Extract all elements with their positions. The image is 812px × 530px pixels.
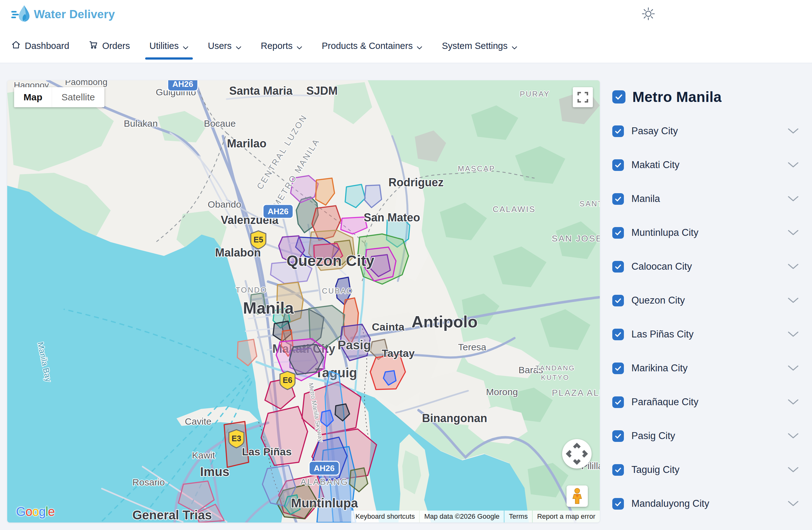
city-row: Parañaque City: [612, 393, 812, 411]
svg-text:Binangonan: Binangonan: [422, 412, 487, 425]
region-panel: Metro Manila Pasay City Makati City Mani…: [611, 80, 812, 529]
chevron-down-icon: [296, 41, 302, 52]
chevron-down-icon: [417, 41, 422, 52]
svg-text:Taytay: Taytay: [381, 347, 415, 359]
city-label: Muntinlupa City: [632, 227, 698, 238]
city-checkbox[interactable]: [612, 329, 624, 340]
svg-text:SJDM: SJDM: [306, 84, 338, 97]
svg-text:AH26: AH26: [172, 80, 193, 89]
chevron-down-icon[interactable]: [787, 331, 799, 338]
svg-text:Bocaue: Bocaue: [204, 118, 236, 129]
chevron-down-icon[interactable]: [787, 365, 799, 371]
city-row: Quezon City: [612, 292, 812, 309]
city-row: Pasig City: [612, 427, 812, 445]
svg-text:PLAZA ALDI: PLAZA ALDI: [552, 388, 600, 398]
map[interactable]: Makati CityTaguigHagonoyPaombongGuiguint…: [7, 80, 600, 522]
city-row: Marikina City: [612, 359, 812, 377]
svg-text:Manila: Manila: [243, 299, 294, 317]
svg-text:AH26: AH26: [314, 463, 334, 473]
city-checkbox[interactable]: [612, 159, 624, 171]
city-label: Quezon City: [632, 295, 685, 306]
map-type-control: Map Satellite: [14, 87, 104, 107]
fullscreen-button[interactable]: [573, 87, 593, 107]
region-title: Metro Manila: [632, 88, 722, 105]
city-checkbox[interactable]: [612, 498, 624, 510]
nav-item-utilities[interactable]: Utilities: [149, 29, 188, 63]
city-checkbox[interactable]: [612, 464, 624, 476]
pan-control[interactable]: [562, 439, 592, 469]
svg-text:Quezon City: Quezon City: [287, 253, 374, 269]
city-label: Las Piñas City: [632, 329, 694, 340]
water-drop-icon: [11, 5, 31, 24]
svg-text:SANTA: SANTA: [579, 199, 600, 208]
svg-text:TONDO: TONDO: [235, 286, 267, 294]
city-label: Pasig City: [632, 430, 675, 442]
city-checkbox[interactable]: [612, 261, 624, 273]
city-label: Mandaluyong City: [632, 498, 709, 509]
nav-item-users[interactable]: Users: [208, 29, 242, 63]
pegman-street-view[interactable]: [566, 486, 588, 507]
nav-item-reports[interactable]: Reports: [261, 29, 303, 63]
region-checkbox[interactable]: [612, 90, 625, 103]
city-row: Manila: [612, 190, 812, 207]
nav-item-dashboard[interactable]: Dashboard: [11, 29, 69, 63]
city-checkbox[interactable]: [612, 362, 624, 374]
attribution-link[interactable]: Report a map error: [533, 511, 600, 522]
attribution-link[interactable]: Keyboard shortcuts: [351, 511, 420, 522]
city-checkbox[interactable]: [612, 430, 624, 442]
city-label: Taguig City: [632, 464, 679, 475]
chevron-down-icon[interactable]: [787, 162, 799, 168]
chevron-down-icon[interactable]: [787, 196, 799, 202]
chevron-down-icon[interactable]: [787, 230, 799, 236]
city-list: Pasay City Makati City Manila Muntinlupa…: [612, 122, 812, 513]
home-icon: [11, 40, 21, 52]
svg-text:CUBAO: CUBAO: [322, 287, 353, 295]
chevron-down-icon[interactable]: [787, 128, 799, 134]
nav-item-system-settings[interactable]: System Settings: [442, 29, 517, 63]
svg-text:Pasig: Pasig: [338, 338, 371, 352]
chevron-down-icon[interactable]: [787, 467, 799, 473]
app-logo: Water Delivery: [11, 5, 115, 24]
svg-text:San Mateo: San Mateo: [364, 211, 420, 224]
satellite-view-button[interactable]: Satellite: [52, 87, 104, 107]
app-title: Water Delivery: [34, 8, 115, 21]
chevron-down-icon: [183, 41, 188, 52]
city-checkbox[interactable]: [612, 126, 624, 137]
city-row: Las Piñas City: [612, 326, 812, 343]
svg-text:Obando: Obando: [208, 199, 242, 210]
google-logo[interactable]: Google: [16, 505, 55, 519]
nav-item-products-containers[interactable]: Products & Containers: [322, 29, 422, 63]
svg-text:Paombong: Paombong: [65, 80, 107, 87]
chevron-down-icon[interactable]: [787, 399, 799, 405]
sun-icon[interactable]: [641, 7, 655, 22]
svg-text:E3: E3: [232, 434, 242, 443]
map-view-button[interactable]: Map: [14, 87, 52, 107]
svg-text:Malabon: Malabon: [215, 246, 261, 259]
chevron-down-icon[interactable]: [787, 501, 799, 507]
chevron-down-icon: [512, 41, 517, 52]
city-row: Taguig City: [612, 461, 812, 478]
nav-item-orders[interactable]: Orders: [89, 29, 130, 63]
svg-text:Las Piñas: Las Piñas: [242, 446, 292, 458]
map-attribution: Keyboard shortcutsMap data ©2026 GoogleT…: [350, 511, 600, 522]
city-checkbox[interactable]: [612, 397, 624, 408]
svg-text:Santa Maria: Santa Maria: [229, 84, 293, 97]
chevron-down-icon[interactable]: [787, 263, 799, 270]
map-canvas[interactable]: Makati CityTaguigHagonoyPaombongGuiguint…: [7, 80, 600, 522]
cart-icon: [89, 40, 98, 52]
city-checkbox[interactable]: [612, 295, 624, 306]
city-checkbox[interactable]: [612, 227, 624, 239]
city-checkbox[interactable]: [612, 193, 624, 205]
chevron-down-icon[interactable]: [787, 433, 799, 439]
chevron-down-icon[interactable]: [787, 297, 799, 304]
app-header: Water Delivery: [0, 0, 812, 29]
svg-text:Cainta: Cainta: [372, 321, 405, 333]
svg-text:Imus: Imus: [200, 465, 229, 478]
region-header: Metro Manila: [612, 88, 812, 105]
attribution-link[interactable]: Map data ©2026 Google: [420, 511, 504, 522]
attribution-link[interactable]: Terms: [505, 511, 532, 522]
city-label: Caloocan City: [632, 261, 692, 272]
svg-text:E5: E5: [253, 235, 263, 244]
city-row: Pasay City: [612, 122, 812, 140]
svg-text:General Trias: General Trias: [132, 508, 212, 522]
